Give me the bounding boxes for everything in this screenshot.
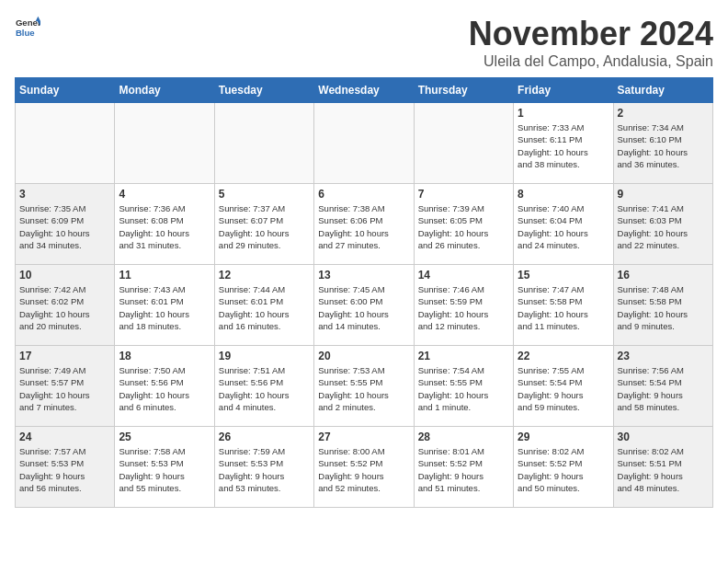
day-info: Sunrise: 7:47 AM Sunset: 5:58 PM Dayligh…	[518, 283, 609, 332]
header-sunday: Sunday	[16, 78, 115, 103]
day-info: Sunrise: 7:37 AM Sunset: 6:07 PM Dayligh…	[219, 202, 310, 251]
day-info: Sunrise: 7:43 AM Sunset: 6:01 PM Dayligh…	[119, 283, 210, 332]
calendar-week-row: 17Sunrise: 7:49 AM Sunset: 5:57 PM Dayli…	[16, 346, 713, 427]
calendar-cell: 28Sunrise: 8:01 AM Sunset: 5:52 PM Dayli…	[414, 427, 513, 508]
day-info: Sunrise: 7:59 AM Sunset: 5:53 PM Dayligh…	[219, 445, 310, 494]
day-number: 27	[318, 431, 409, 443]
calendar-cell: 24Sunrise: 7:57 AM Sunset: 5:53 PM Dayli…	[16, 427, 115, 508]
header-saturday: Saturday	[613, 78, 712, 103]
calendar-cell: 8Sunrise: 7:40 AM Sunset: 6:04 PM Daylig…	[514, 184, 613, 265]
title-area: November 2024 Uleila del Campo, Andalusi…	[469, 15, 713, 70]
day-info: Sunrise: 7:49 AM Sunset: 5:57 PM Dayligh…	[19, 364, 110, 413]
calendar-cell: 1Sunrise: 7:33 AM Sunset: 6:11 PM Daylig…	[514, 103, 613, 184]
calendar-table: SundayMondayTuesdayWednesdayThursdayFrid…	[15, 77, 713, 508]
day-number: 17	[19, 350, 110, 362]
calendar-cell	[115, 103, 214, 184]
day-number: 8	[518, 188, 609, 201]
calendar-cell: 19Sunrise: 7:51 AM Sunset: 5:56 PM Dayli…	[214, 346, 313, 427]
calendar-cell: 5Sunrise: 7:37 AM Sunset: 6:07 PM Daylig…	[214, 184, 313, 265]
day-number: 29	[518, 431, 609, 443]
day-info: Sunrise: 8:01 AM Sunset: 5:52 PM Dayligh…	[418, 445, 509, 494]
day-number: 9	[618, 188, 709, 201]
day-info: Sunrise: 7:38 AM Sunset: 6:06 PM Dayligh…	[318, 202, 409, 251]
calendar-cell: 25Sunrise: 7:58 AM Sunset: 5:53 PM Dayli…	[115, 427, 214, 508]
day-info: Sunrise: 7:34 AM Sunset: 6:10 PM Dayligh…	[618, 121, 709, 170]
day-number: 20	[318, 350, 409, 362]
calendar-week-row: 10Sunrise: 7:42 AM Sunset: 6:02 PM Dayli…	[16, 265, 713, 346]
calendar-cell: 4Sunrise: 7:36 AM Sunset: 6:08 PM Daylig…	[115, 184, 214, 265]
day-info: Sunrise: 7:36 AM Sunset: 6:08 PM Dayligh…	[119, 202, 210, 251]
calendar-cell: 14Sunrise: 7:46 AM Sunset: 5:59 PM Dayli…	[414, 265, 513, 346]
calendar-cell: 12Sunrise: 7:44 AM Sunset: 6:01 PM Dayli…	[214, 265, 313, 346]
calendar-cell: 15Sunrise: 7:47 AM Sunset: 5:58 PM Dayli…	[514, 265, 613, 346]
calendar-cell: 17Sunrise: 7:49 AM Sunset: 5:57 PM Dayli…	[16, 346, 115, 427]
day-number: 7	[418, 188, 509, 201]
day-number: 22	[518, 350, 609, 362]
calendar-cell: 13Sunrise: 7:45 AM Sunset: 6:00 PM Dayli…	[314, 265, 414, 346]
day-info: Sunrise: 8:02 AM Sunset: 5:52 PM Dayligh…	[518, 445, 609, 494]
day-info: Sunrise: 7:33 AM Sunset: 6:11 PM Dayligh…	[518, 121, 609, 170]
month-title: November 2024	[469, 15, 713, 53]
day-info: Sunrise: 7:58 AM Sunset: 5:53 PM Dayligh…	[119, 445, 210, 494]
day-number: 18	[119, 350, 210, 362]
calendar-cell: 20Sunrise: 7:53 AM Sunset: 5:55 PM Dayli…	[314, 346, 414, 427]
day-info: Sunrise: 7:45 AM Sunset: 6:00 PM Dayligh…	[318, 283, 409, 332]
calendar-cell: 27Sunrise: 8:00 AM Sunset: 5:52 PM Dayli…	[314, 427, 414, 508]
day-info: Sunrise: 7:53 AM Sunset: 5:55 PM Dayligh…	[318, 364, 409, 413]
logo-icon: General Blue	[15, 15, 40, 40]
day-info: Sunrise: 7:35 AM Sunset: 6:09 PM Dayligh…	[19, 202, 110, 251]
calendar-cell: 30Sunrise: 8:02 AM Sunset: 5:51 PM Dayli…	[613, 427, 712, 508]
calendar-cell: 2Sunrise: 7:34 AM Sunset: 6:10 PM Daylig…	[613, 103, 712, 184]
day-info: Sunrise: 7:41 AM Sunset: 6:03 PM Dayligh…	[618, 202, 709, 251]
day-number: 5	[219, 188, 310, 201]
header-tuesday: Tuesday	[214, 78, 313, 103]
calendar-cell	[214, 103, 313, 184]
day-number: 4	[119, 188, 210, 201]
day-number: 26	[219, 431, 310, 443]
page-header: General Blue November 2024 Uleila del Ca…	[15, 15, 713, 70]
day-number: 13	[318, 269, 409, 282]
day-info: Sunrise: 7:55 AM Sunset: 5:54 PM Dayligh…	[518, 364, 609, 413]
day-info: Sunrise: 7:46 AM Sunset: 5:59 PM Dayligh…	[418, 283, 509, 332]
day-number: 25	[119, 431, 210, 443]
calendar-cell: 26Sunrise: 7:59 AM Sunset: 5:53 PM Dayli…	[214, 427, 313, 508]
calendar-cell: 21Sunrise: 7:54 AM Sunset: 5:55 PM Dayli…	[414, 346, 513, 427]
calendar-week-row: 1Sunrise: 7:33 AM Sunset: 6:11 PM Daylig…	[16, 103, 713, 184]
calendar-cell: 18Sunrise: 7:50 AM Sunset: 5:56 PM Dayli…	[115, 346, 214, 427]
day-number: 14	[418, 269, 509, 282]
day-info: Sunrise: 7:51 AM Sunset: 5:56 PM Dayligh…	[219, 364, 310, 413]
day-number: 15	[518, 269, 609, 282]
day-info: Sunrise: 7:44 AM Sunset: 6:01 PM Dayligh…	[219, 283, 310, 332]
calendar-cell: 6Sunrise: 7:38 AM Sunset: 6:06 PM Daylig…	[314, 184, 414, 265]
calendar-cell: 3Sunrise: 7:35 AM Sunset: 6:09 PM Daylig…	[16, 184, 115, 265]
calendar-cell: 16Sunrise: 7:48 AM Sunset: 5:58 PM Dayli…	[613, 265, 712, 346]
calendar-cell	[16, 103, 115, 184]
calendar-cell: 11Sunrise: 7:43 AM Sunset: 6:01 PM Dayli…	[115, 265, 214, 346]
logo: General Blue	[15, 15, 40, 40]
calendar-cell	[314, 103, 414, 184]
svg-text:Blue: Blue	[16, 28, 35, 38]
calendar-cell: 22Sunrise: 7:55 AM Sunset: 5:54 PM Dayli…	[514, 346, 613, 427]
day-number: 24	[19, 431, 110, 443]
day-number: 28	[418, 431, 509, 443]
day-info: Sunrise: 7:40 AM Sunset: 6:04 PM Dayligh…	[518, 202, 609, 251]
day-number: 12	[219, 269, 310, 282]
day-number: 3	[19, 188, 110, 201]
calendar-header-row: SundayMondayTuesdayWednesdayThursdayFrid…	[16, 78, 713, 103]
day-info: Sunrise: 7:50 AM Sunset: 5:56 PM Dayligh…	[119, 364, 210, 413]
day-info: Sunrise: 7:57 AM Sunset: 5:53 PM Dayligh…	[19, 445, 110, 494]
day-info: Sunrise: 7:39 AM Sunset: 6:05 PM Dayligh…	[418, 202, 509, 251]
day-number: 21	[418, 350, 509, 362]
calendar-week-row: 24Sunrise: 7:57 AM Sunset: 5:53 PM Dayli…	[16, 427, 713, 508]
day-number: 2	[618, 107, 709, 120]
calendar-cell: 7Sunrise: 7:39 AM Sunset: 6:05 PM Daylig…	[414, 184, 513, 265]
day-number: 30	[618, 431, 709, 443]
day-number: 1	[518, 107, 609, 120]
calendar-cell: 23Sunrise: 7:56 AM Sunset: 5:54 PM Dayli…	[613, 346, 712, 427]
location-title: Uleila del Campo, Andalusia, Spain	[469, 53, 713, 70]
day-number: 16	[618, 269, 709, 282]
day-number: 6	[318, 188, 409, 201]
day-number: 11	[119, 269, 210, 282]
calendar-cell: 10Sunrise: 7:42 AM Sunset: 6:02 PM Dayli…	[16, 265, 115, 346]
header-friday: Friday	[514, 78, 613, 103]
